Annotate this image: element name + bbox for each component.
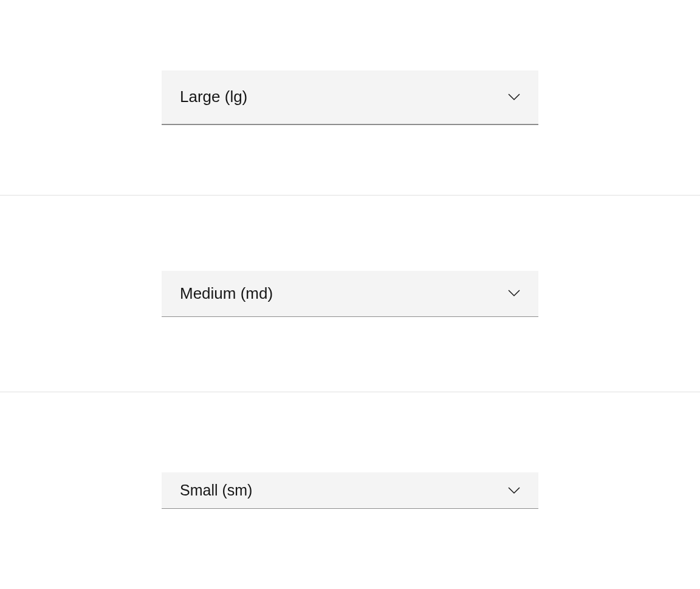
dropdown-medium[interactable]: Medium (md) xyxy=(162,271,538,317)
chevron-down-icon xyxy=(508,91,520,103)
chevron-down-icon xyxy=(508,287,520,299)
dropdown-large[interactable]: Large (lg) xyxy=(162,70,538,125)
section-large: Large (lg) xyxy=(0,0,700,196)
section-small: Small (sm) xyxy=(0,392,700,589)
dropdown-large-label: Large (lg) xyxy=(180,87,247,106)
dropdown-small[interactable]: Small (sm) xyxy=(162,472,538,509)
chevron-down-icon xyxy=(508,485,520,497)
dropdown-medium-label: Medium (md) xyxy=(180,284,273,303)
dropdown-small-label: Small (sm) xyxy=(180,482,252,499)
section-medium: Medium (md) xyxy=(0,196,700,392)
